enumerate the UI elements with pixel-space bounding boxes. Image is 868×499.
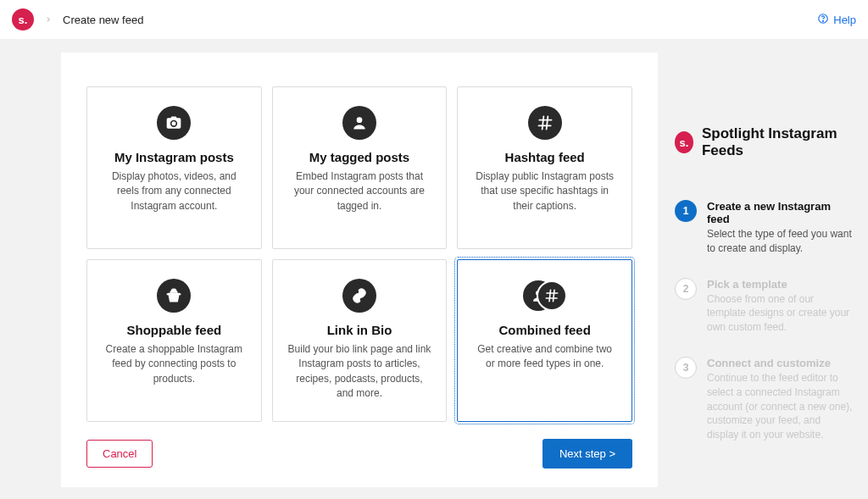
step-number: 3 [675, 357, 697, 379]
link-icon [342, 279, 376, 313]
card-my-instagram-posts[interactable]: My Instagram posts Display photos, video… [86, 86, 262, 249]
card-combined-feed[interactable]: Combined feed Get creative and combine t… [457, 259, 632, 422]
feed-type-grid: My Instagram posts Display photos, video… [86, 86, 632, 422]
step-number: 2 [675, 278, 697, 300]
panel-footer: Cancel Next step > [86, 439, 632, 469]
card-title: My tagged posts [309, 150, 409, 164]
sidebar: s. Spotlight Instagram Feeds 1 Create a … [675, 53, 854, 442]
step-1: 1 Create a new Instagram feed Select the… [675, 200, 854, 256]
help-link[interactable]: Help [817, 13, 856, 27]
step-desc: Choose from one of our template designs … [707, 292, 854, 335]
step-body: Connect and customize Continue to the fe… [707, 357, 854, 442]
stage: My Instagram posts Display photos, video… [0, 39, 868, 499]
app-logo[interactable]: s. [12, 8, 34, 30]
hashtag-icon [528, 106, 562, 140]
next-step-button[interactable]: Next step > [542, 439, 632, 469]
card-desc: Embed Instagram posts that your connecte… [287, 169, 433, 213]
cancel-button[interactable]: Cancel [86, 440, 153, 468]
step-desc: Select the type of feed you want to crea… [707, 227, 854, 256]
chevron-right-icon [44, 13, 53, 26]
card-title: Combined feed [498, 323, 590, 337]
main-panel: My Instagram posts Display photos, video… [61, 53, 658, 487]
step-desc: Continue to the feed editor to select a … [707, 371, 854, 442]
combined-icon [523, 279, 567, 313]
card-shoppable-feed[interactable]: Shoppable feed Create a shoppable Instag… [86, 259, 262, 422]
step-body: Pick a template Choose from one of our t… [707, 278, 854, 335]
step-body: Create a new Instagram feed Select the t… [707, 200, 854, 256]
card-desc: Display photos, videos, and reels from a… [101, 169, 248, 213]
step-3: 3 Connect and customize Continue to the … [675, 357, 854, 442]
card-title: My Instagram posts [114, 150, 234, 164]
svg-rect-3 [168, 293, 181, 295]
help-icon [817, 13, 829, 27]
card-desc: Build your bio link page and link Instag… [287, 342, 433, 402]
svg-point-2 [357, 117, 363, 123]
card-link-in-bio[interactable]: Link in Bio Build your bio link page and… [272, 259, 448, 422]
card-desc: Get creative and combine two or more fee… [471, 342, 618, 372]
step-title: Pick a template [707, 278, 854, 291]
sidebar-head: s. Spotlight Instagram Feeds [675, 125, 854, 159]
step-title: Connect and customize [707, 357, 854, 369]
help-label: Help [833, 14, 856, 26]
basket-icon [157, 279, 191, 313]
card-my-tagged-posts[interactable]: My tagged posts Embed Instagram posts th… [272, 86, 448, 249]
sidebar-title: Spotlight Instagram Feeds [702, 125, 854, 159]
card-hashtag-feed[interactable]: Hashtag feed Display public Instagram po… [457, 86, 632, 249]
person-icon [342, 106, 376, 140]
camera-icon [157, 106, 191, 140]
svg-point-1 [823, 20, 824, 21]
page-title: Create new feed [63, 14, 143, 26]
card-title: Link in Bio [327, 323, 392, 337]
card-desc: Create a shoppable Instagram feed by con… [101, 342, 248, 386]
steps-list: 1 Create a new Instagram feed Select the… [675, 200, 854, 442]
topbar-left: s. Create new feed [12, 8, 143, 30]
step-number: 1 [675, 200, 697, 222]
topbar: s. Create new feed Help [0, 0, 868, 39]
sidebar-logo: s. [675, 131, 693, 153]
card-desc: Display public Instagram posts that use … [471, 169, 618, 213]
card-title: Shoppable feed [126, 323, 221, 337]
step-2: 2 Pick a template Choose from one of our… [675, 278, 854, 335]
step-title: Create a new Instagram feed [707, 200, 854, 225]
card-title: Hashtag feed [505, 150, 585, 164]
